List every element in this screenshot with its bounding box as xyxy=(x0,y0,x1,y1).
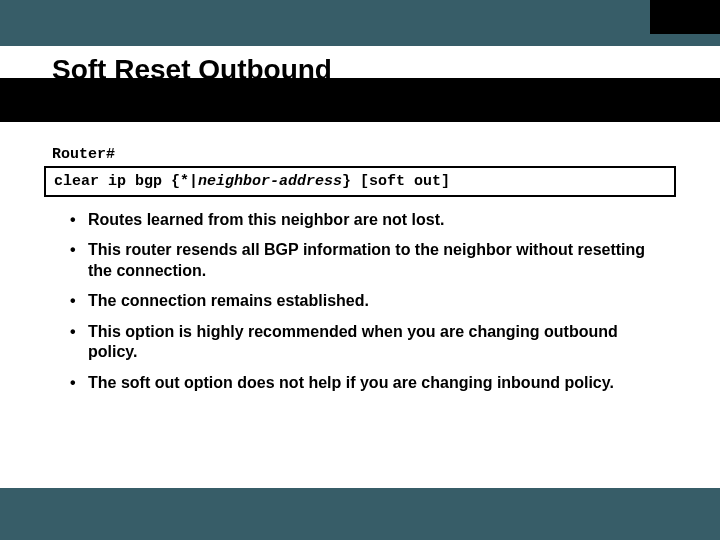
bullet-text: The connection remains established. xyxy=(88,292,369,309)
corner-tab-decoration xyxy=(650,0,720,34)
list-item: This option is highly recommended when y… xyxy=(70,322,670,363)
bullet-text: This router resends all BGP information … xyxy=(88,241,645,278)
bullet-text: Routes learned from this neighbor are no… xyxy=(88,211,444,228)
list-item: The soft out option does not help if you… xyxy=(70,373,670,393)
command-box: clear ip bgp {*|neighbor-address} [soft … xyxy=(44,166,676,197)
list-item: The connection remains established. xyxy=(70,291,670,311)
bullet-list: Routes learned from this neighbor are no… xyxy=(70,210,670,403)
bullet-text: The soft out option does not help if you… xyxy=(88,374,614,391)
cli-prompt: Router# xyxy=(52,146,115,163)
bullet-text: This option is highly recommended when y… xyxy=(88,323,618,360)
command-text-pre: clear ip bgp {*| xyxy=(54,173,198,190)
command-text-arg: neighbor-address xyxy=(198,173,342,190)
list-item: This router resends all BGP information … xyxy=(70,240,670,281)
command-text-post: } [soft out] xyxy=(342,173,450,190)
list-item: Routes learned from this neighbor are no… xyxy=(70,210,670,230)
slide-container: Soft Reset Outbound Router# clear ip bgp… xyxy=(0,0,720,540)
slide-title: Soft Reset Outbound xyxy=(52,54,332,86)
